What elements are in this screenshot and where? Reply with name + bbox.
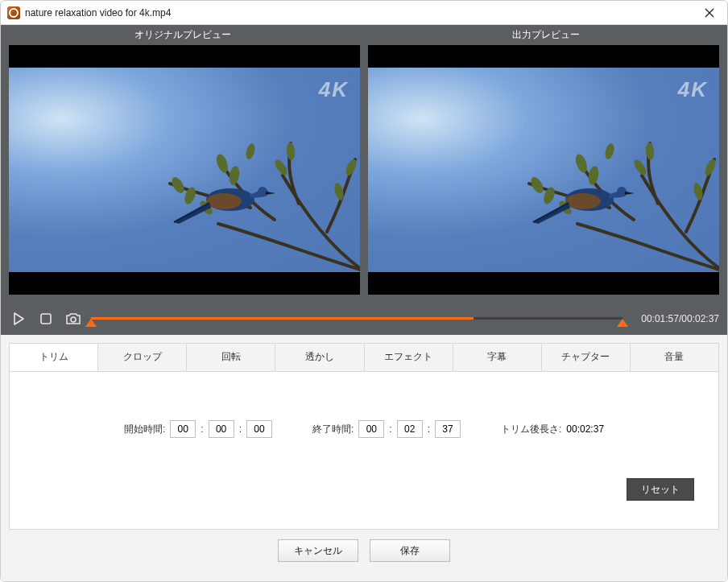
output-preview: 4K [368, 45, 719, 295]
save-button[interactable]: 保存 [370, 539, 450, 562]
end-time-label: 終了時間: [312, 423, 354, 436]
end-time-group: 終了時間: : : [312, 420, 461, 438]
post-trim-label: トリム後長さ: [501, 423, 561, 436]
play-icon [11, 312, 26, 326]
original-preview: 4K [9, 45, 360, 295]
stop-icon [39, 312, 52, 325]
window-title: nature relaxation video for 4k.mp4 [25, 7, 698, 19]
time-total: 00:02:37 [681, 313, 719, 324]
editor-tabs: トリムクロップ回転透かしエフェクト字幕チャプター音量 [9, 343, 719, 372]
preview-section: オリジナルプレビュー 出力プレビュー 4K [1, 25, 727, 335]
tab-trim-panel: 開始時間: : : 終了時間: : : トリム後長さ: 00:02:37 リセ [9, 372, 719, 530]
end-ss-input[interactable] [435, 420, 461, 438]
svg-rect-26 [41, 314, 51, 324]
original-preview-label: オリジナルプレビュー [1, 25, 364, 45]
start-hh-input[interactable] [170, 420, 196, 438]
player-controls: 00:01:57/00:02:37 [1, 303, 727, 335]
trim-handle-end[interactable] [617, 319, 628, 327]
tab-rotate[interactable]: 回転 [187, 344, 275, 371]
end-hh-input[interactable] [358, 420, 384, 438]
output-preview-label: 出力プレビュー [364, 25, 727, 45]
time-current: 00:01:57 [641, 313, 679, 324]
camera-icon [65, 312, 81, 325]
timecode: 00:01:57/00:02:37 [631, 313, 719, 324]
timeline-selection [91, 317, 474, 320]
titlebar: nature relaxation video for 4k.mp4 [1, 1, 727, 25]
play-button[interactable] [9, 309, 28, 328]
close-button[interactable] [698, 2, 721, 24]
tab-subtitle[interactable]: 字幕 [453, 344, 542, 371]
start-time-label: 開始時間: [124, 423, 165, 436]
cancel-button[interactable]: キャンセル [278, 539, 358, 562]
dialog-footer: キャンセル 保存 [9, 530, 719, 573]
tab-effect[interactable]: エフェクト [365, 344, 453, 371]
app-icon [7, 6, 20, 19]
tab-watermark[interactable]: 透かし [275, 344, 364, 371]
snapshot-button[interactable] [64, 309, 83, 328]
post-trim-length: トリム後長さ: 00:02:37 [501, 423, 604, 436]
post-trim-value: 00:02:37 [566, 423, 604, 435]
timeline[interactable] [91, 309, 623, 328]
end-mm-input[interactable] [397, 420, 423, 438]
watermark-4k: 4K [678, 77, 708, 102]
start-ss-input[interactable] [246, 420, 272, 438]
start-mm-input[interactable] [209, 420, 234, 438]
svg-point-27 [71, 317, 76, 322]
editor-tabs-area: トリムクロップ回転透かしエフェクト字幕チャプター音量 開始時間: : : 終了時… [1, 335, 727, 581]
close-icon [705, 8, 714, 18]
watermark-4k: 4K [319, 77, 349, 102]
tab-crop[interactable]: クロップ [98, 344, 187, 371]
start-time-group: 開始時間: : : [124, 420, 272, 438]
stop-button[interactable] [36, 309, 56, 328]
tab-volume[interactable]: 音量 [631, 344, 718, 371]
reset-button[interactable]: リセット [627, 478, 694, 501]
tab-chapter[interactable]: チャプター [542, 344, 631, 371]
trim-handle-start[interactable] [85, 319, 97, 327]
tab-trim[interactable]: トリム [10, 344, 98, 371]
